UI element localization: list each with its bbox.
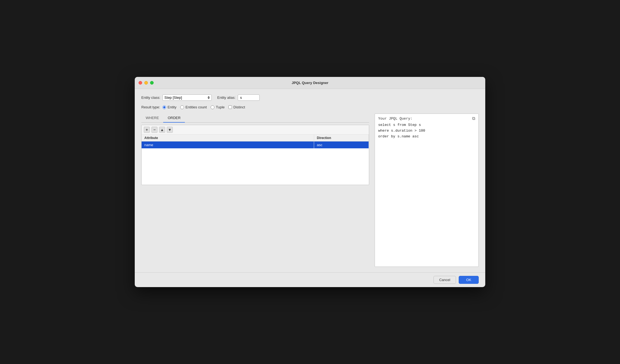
radio-entities-count-input[interactable] <box>180 105 184 109</box>
cancel-button[interactable]: Cancel <box>434 276 456 284</box>
radio-tuple[interactable]: Tuple <box>211 105 225 109</box>
column-attribute: Attribute <box>142 135 314 141</box>
table-body: name asc <box>142 141 369 185</box>
checkbox-distinct-input[interactable] <box>228 105 232 109</box>
add-row-button[interactable]: + <box>144 127 150 133</box>
close-button[interactable] <box>139 81 142 85</box>
radio-tuple-label: Tuple <box>216 105 225 109</box>
bottom-bar: Cancel OK <box>135 272 485 287</box>
table-toolbar: + − ▲ ▼ <box>142 125 369 135</box>
radio-entity[interactable]: Entity <box>162 105 177 109</box>
query-text: select s from Step s where s.duration > … <box>378 122 475 139</box>
radio-entity-label: Entity <box>168 105 177 109</box>
result-type-row: Result type: Entity Entities count Tuple… <box>141 105 479 109</box>
radio-entity-input[interactable] <box>162 105 166 109</box>
window-body: Entity class: Step [Step] Entity alias: … <box>135 89 485 272</box>
column-direction: Direction <box>314 135 369 141</box>
tabs: WHERE ORDER <box>141 114 369 123</box>
query-label: Your JPQL Query: <box>378 117 412 121</box>
arrow-down-icon <box>208 98 210 99</box>
copy-icon[interactable]: ⧉ <box>472 116 475 121</box>
entity-class-select[interactable]: Step [Step] <box>162 94 212 101</box>
checkbox-distinct[interactable]: Distinct <box>228 105 245 109</box>
tab-where[interactable]: WHERE <box>141 114 163 123</box>
maximize-button[interactable] <box>150 81 154 85</box>
arrow-up-icon <box>208 96 210 97</box>
minimize-button[interactable] <box>144 81 148 85</box>
traffic-lights <box>139 81 154 85</box>
cell-direction: asc <box>314 141 369 148</box>
cell-attribute: name <box>142 141 314 148</box>
entity-alias-input[interactable] <box>238 94 260 101</box>
checkbox-distinct-label: Distinct <box>233 105 245 109</box>
remove-row-button[interactable]: − <box>151 127 157 133</box>
select-arrows-icon <box>208 96 210 99</box>
radio-tuple-input[interactable] <box>211 105 214 109</box>
entity-alias-row: Entity alias: <box>217 94 259 101</box>
radio-entities-count-label: Entities count <box>185 105 207 109</box>
window-title: JPQL Query Designer <box>292 81 328 85</box>
radio-entities-count[interactable]: Entities count <box>180 105 207 109</box>
result-type-group: Entity Entities count Tuple Distinct <box>162 105 245 109</box>
main-window: JPQL Query Designer Entity class: Step [… <box>135 77 485 287</box>
top-controls: Entity class: Step [Step] Entity alias: <box>141 94 479 101</box>
order-table-container: + − ▲ ▼ Attribute Direction name asc <box>141 125 369 185</box>
tab-order[interactable]: ORDER <box>163 114 185 123</box>
move-up-button[interactable]: ▲ <box>159 127 165 133</box>
entity-class-row: Entity class: Step [Step] <box>141 94 212 101</box>
right-panel: Your JPQL Query: ⧉ select s from Step s … <box>375 114 479 267</box>
table-header: Attribute Direction <box>142 135 369 141</box>
query-box: Your JPQL Query: ⧉ select s from Step s … <box>375 114 479 267</box>
entity-class-value: Step [Step] <box>164 96 182 100</box>
entity-class-label: Entity class: <box>141 96 160 100</box>
result-type-label: Result type: <box>141 105 160 109</box>
move-down-button[interactable]: ▼ <box>167 127 173 133</box>
title-bar: JPQL Query Designer <box>135 77 485 89</box>
left-panel: WHERE ORDER + − ▲ ▼ Attribute D <box>141 114 369 267</box>
entity-alias-label: Entity alias: <box>217 96 235 100</box>
query-header: Your JPQL Query: ⧉ <box>378 117 475 121</box>
main-content: WHERE ORDER + − ▲ ▼ Attribute D <box>141 114 479 267</box>
ok-button[interactable]: OK <box>459 276 479 284</box>
table-row[interactable]: name asc <box>142 141 369 148</box>
